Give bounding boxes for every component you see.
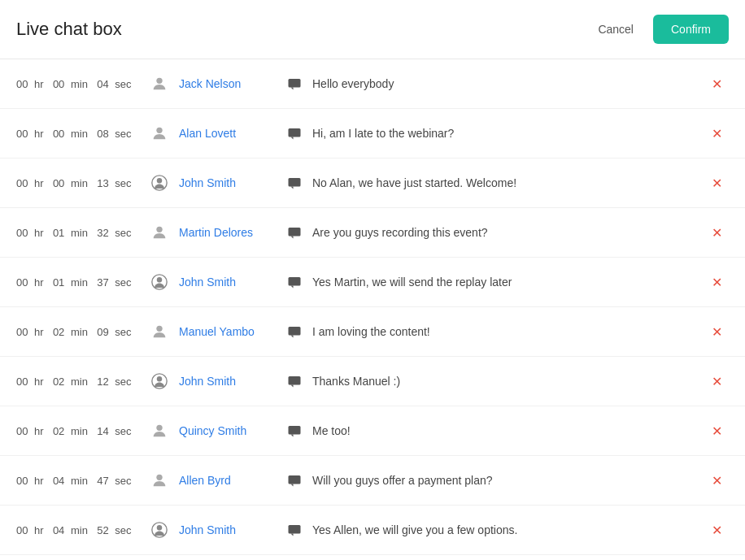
chat-list: 00 hr 00 min 04 sec Jack Nelson Hello ev… xyxy=(0,59,745,560)
time-block: 00 hr 01 min 37 sec xyxy=(16,276,146,289)
table-row: 00 hr 04 min 47 sec Allen Byrd Will you … xyxy=(0,456,745,506)
table-row: 00 hr 00 min 13 sec John Smith No Alan, … xyxy=(0,158,745,208)
delete-button[interactable]: ✕ xyxy=(705,73,729,95)
message-text: Hello everybody xyxy=(312,77,705,90)
user-name: John Smith xyxy=(179,375,285,388)
header: Live chat box Cancel Confirm xyxy=(0,0,745,59)
message-icon xyxy=(285,421,304,441)
admin-icon xyxy=(146,170,172,196)
cancel-button[interactable]: Cancel xyxy=(588,16,643,42)
svg-marker-33 xyxy=(291,534,294,536)
person-icon xyxy=(146,120,172,146)
delete-button[interactable]: ✕ xyxy=(705,172,729,194)
message-text: Me too! xyxy=(312,424,705,437)
table-row: 00 hr 02 min 12 sec John Smith Thanks Ma… xyxy=(0,357,745,406)
admin-icon xyxy=(146,269,172,295)
time-block: 00 hr 02 min 12 sec xyxy=(16,376,146,388)
admin-icon xyxy=(146,517,172,543)
message-text: Are you guys recording this event? xyxy=(312,226,705,239)
message-icon xyxy=(285,322,304,341)
user-name: Jack Nelson xyxy=(179,77,285,90)
message-text: No Alan, we have just started. Welcome! xyxy=(312,176,705,189)
message-icon xyxy=(285,173,304,193)
delete-button[interactable]: ✕ xyxy=(705,321,729,343)
svg-rect-32 xyxy=(289,525,301,534)
message-text: I am loving the content! xyxy=(312,325,705,338)
person-icon xyxy=(146,418,172,444)
user-name: John Smith xyxy=(179,523,285,536)
svg-marker-5 xyxy=(291,137,294,140)
svg-marker-26 xyxy=(291,435,294,437)
person-icon xyxy=(146,219,172,245)
svg-marker-12 xyxy=(291,237,294,239)
svg-marker-16 xyxy=(291,286,294,289)
table-row: 00 hr 06 min 35 sec Bonnie Such a great … xyxy=(0,555,745,560)
time-block: 00 hr 02 min 14 sec xyxy=(16,425,146,437)
svg-rect-22 xyxy=(289,376,301,385)
page-container: Live chat box Cancel Confirm 00 hr 00 mi… xyxy=(0,0,745,560)
user-name: Alan Lovett xyxy=(179,127,285,140)
svg-point-0 xyxy=(156,78,162,84)
svg-rect-11 xyxy=(289,228,301,237)
svg-point-14 xyxy=(157,277,162,282)
table-row: 00 hr 04 min 52 sec John Smith Yes Allen… xyxy=(0,506,745,555)
message-icon xyxy=(285,520,304,540)
delete-button[interactable]: ✕ xyxy=(705,271,729,293)
svg-marker-9 xyxy=(291,187,294,189)
svg-marker-2 xyxy=(291,88,294,90)
message-icon xyxy=(285,272,304,292)
svg-rect-15 xyxy=(289,277,301,286)
svg-rect-18 xyxy=(289,327,301,336)
time-block: 00 hr 02 min 09 sec xyxy=(16,326,146,338)
svg-rect-25 xyxy=(289,426,301,435)
message-icon xyxy=(285,471,304,490)
svg-rect-28 xyxy=(289,475,301,484)
page-title: Live chat box xyxy=(16,19,122,40)
svg-point-27 xyxy=(156,475,162,480)
svg-rect-1 xyxy=(289,79,301,88)
delete-button[interactable]: ✕ xyxy=(705,470,729,492)
svg-point-3 xyxy=(156,128,162,133)
admin-icon xyxy=(146,368,172,394)
time-block: 00 hr 04 min 47 sec xyxy=(16,475,146,487)
table-row: 00 hr 01 min 32 sec Martin Delores Are y… xyxy=(0,208,745,258)
svg-point-7 xyxy=(157,178,162,183)
user-name: John Smith xyxy=(179,176,285,189)
svg-rect-8 xyxy=(289,178,301,187)
delete-button[interactable]: ✕ xyxy=(705,371,729,393)
user-name: Quincy Smith xyxy=(179,424,285,437)
message-text: Yes Martin, we will send the replay late… xyxy=(312,276,705,289)
user-name: Allen Byrd xyxy=(179,474,285,487)
svg-marker-23 xyxy=(291,385,294,388)
svg-point-17 xyxy=(156,326,162,332)
message-text: Yes Allen, we will give you a few option… xyxy=(312,523,705,536)
person-icon xyxy=(146,467,172,493)
user-name: John Smith xyxy=(179,276,285,289)
user-name: Manuel Yambo xyxy=(179,325,285,338)
confirm-button[interactable]: Confirm xyxy=(653,15,729,44)
message-icon xyxy=(285,223,304,242)
svg-marker-29 xyxy=(291,484,294,487)
svg-point-24 xyxy=(156,425,162,431)
header-actions: Cancel Confirm xyxy=(588,15,729,44)
table-row: 00 hr 02 min 09 sec Manuel Yambo I am lo… xyxy=(0,307,745,357)
delete-button[interactable]: ✕ xyxy=(705,123,729,145)
user-name: Martin Delores xyxy=(179,226,285,239)
table-row: 00 hr 00 min 08 sec Alan Lovett Hi, am I… xyxy=(0,109,745,158)
time-block: 00 hr 04 min 52 sec xyxy=(16,524,146,536)
table-row: 00 hr 00 min 04 sec Jack Nelson Hello ev… xyxy=(0,59,745,109)
delete-button[interactable]: ✕ xyxy=(705,519,729,541)
delete-button[interactable]: ✕ xyxy=(705,420,729,442)
message-text: Will you guys offer a payment plan? xyxy=(312,474,705,487)
message-text: Hi, am I late to the webinar? xyxy=(312,127,705,140)
svg-point-31 xyxy=(157,525,162,530)
table-row: 00 hr 02 min 14 sec Quincy Smith Me too!… xyxy=(0,406,745,456)
time-block: 00 hr 00 min 13 sec xyxy=(16,177,146,189)
svg-rect-4 xyxy=(289,128,301,137)
delete-button[interactable]: ✕ xyxy=(705,222,729,244)
svg-point-10 xyxy=(156,227,162,232)
message-icon xyxy=(285,124,304,143)
person-icon xyxy=(146,319,172,345)
svg-point-21 xyxy=(157,376,162,381)
time-block: 00 hr 00 min 04 sec xyxy=(16,78,146,90)
